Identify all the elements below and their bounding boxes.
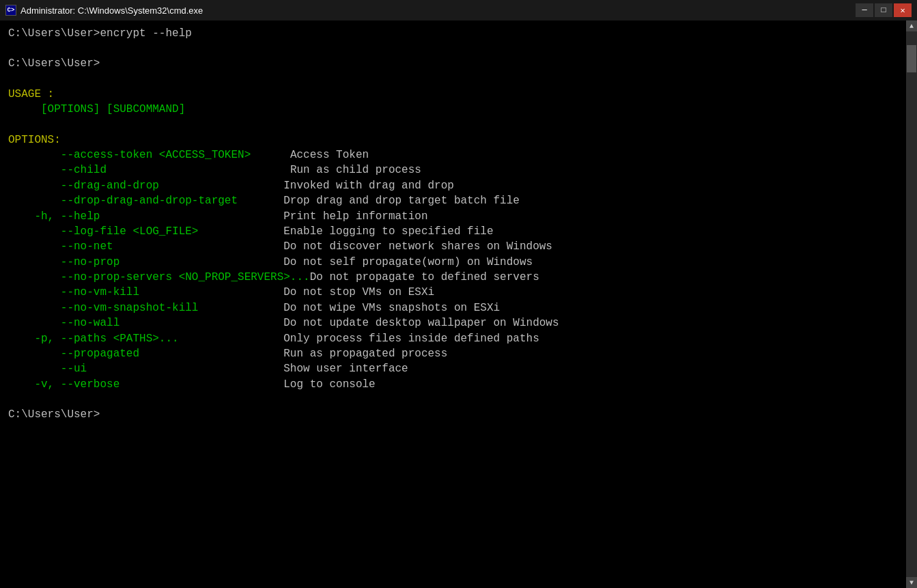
option-desc: Do not wipe VMs snapshots on ESXi xyxy=(283,300,500,316)
option-flag: --no-wall xyxy=(8,316,283,331)
content-wrapper: C:\Users\User>encrypt --help C:\Users\Us… xyxy=(0,20,917,588)
close-button[interactable]: ✕ xyxy=(894,3,912,17)
blank-line-1 xyxy=(8,41,898,56)
option-flag: --no-vm-kill xyxy=(8,285,283,300)
option-row: --no-net Do not discover network shares … xyxy=(8,239,898,254)
option-row: --no-vm-kill Do not stop VMs on ESXi xyxy=(8,285,898,300)
option-row: --no-prop-servers <NO_PROP_SERVERS>...Do… xyxy=(8,270,898,285)
option-row: --log-file <LOG_FILE> Enable logging to … xyxy=(8,224,898,239)
scrollbar[interactable]: ▲ ▼ xyxy=(906,20,917,588)
option-flag: --ui xyxy=(8,361,283,376)
option-row: -p, --paths <PATHS>... Only process file… xyxy=(8,331,898,346)
option-row: --no-prop Do not self propagate(worm) on… xyxy=(8,255,898,270)
option-flag: --propagated xyxy=(8,346,283,361)
usage-label: USAGE : xyxy=(8,87,898,102)
option-flag: -p, --paths <PATHS>... xyxy=(8,331,283,346)
option-desc: Enable logging to specified file xyxy=(283,224,493,239)
scroll-down-arrow[interactable]: ▼ xyxy=(906,577,917,588)
minimize-button[interactable]: ─ xyxy=(856,3,873,17)
window: C> Administrator: C:\Windows\System32\cm… xyxy=(0,0,917,588)
option-row: --child Run as child process xyxy=(8,163,898,178)
cmd-icon-label: C> xyxy=(8,7,15,14)
option-flag: --no-net xyxy=(8,239,283,254)
option-row: --ui Show user interface xyxy=(8,361,898,376)
option-flag: --child xyxy=(8,163,290,178)
titlebar-buttons: ─ □ ✕ xyxy=(856,3,912,17)
cmd-icon: C> xyxy=(5,5,16,16)
terminal[interactable]: C:\Users\User>encrypt --help C:\Users\Us… xyxy=(0,20,906,588)
option-desc: Do not stop VMs on ESXi xyxy=(283,285,434,300)
option-desc: Log to console xyxy=(283,377,375,392)
option-flag: --drop-drag-and-drop-target xyxy=(8,193,283,208)
option-row: --no-vm-snapshot-kill Do not wipe VMs sn… xyxy=(8,300,898,316)
option-desc: Print help information xyxy=(283,209,427,224)
option-flag: --drag-and-drop xyxy=(8,178,283,193)
options-list: --access-token <ACCESS_TOKEN> Access Tok… xyxy=(8,148,898,392)
option-desc: Only process files inside defined paths xyxy=(283,331,539,346)
option-flag: --no-vm-snapshot-kill xyxy=(8,300,283,316)
prompt-after-command: C:\Users\User> xyxy=(8,56,898,71)
option-desc: Do not propagate to defined servers xyxy=(310,270,539,285)
maximize-button[interactable]: □ xyxy=(875,3,892,17)
option-desc: Drop drag and drop target batch file xyxy=(283,193,520,208)
options-label: OPTIONS: xyxy=(8,132,898,148)
option-flag: --log-file <LOG_FILE> xyxy=(8,224,283,239)
blank-line-3 xyxy=(8,117,898,132)
option-flag: --access-token <ACCESS_TOKEN> xyxy=(8,148,290,163)
option-row: --propagated Run as propagated process xyxy=(8,346,898,361)
option-desc: Access Token xyxy=(290,148,369,163)
option-row: --drag-and-drop Invoked with drag and dr… xyxy=(8,178,898,193)
blank-line-4 xyxy=(8,392,898,407)
option-flag: -v, --verbose xyxy=(8,377,283,392)
command-line: C:\Users\User>encrypt --help xyxy=(8,26,898,41)
option-row: --no-wall Do not update desktop wallpape… xyxy=(8,316,898,331)
option-row: -h, --help Print help information xyxy=(8,209,898,224)
option-row: --access-token <ACCESS_TOKEN> Access Tok… xyxy=(8,148,898,163)
titlebar-left: C> Administrator: C:\Windows\System32\cm… xyxy=(5,5,203,16)
option-desc: Do not update desktop wallpaper on Windo… xyxy=(283,316,559,331)
scrollbar-thumb[interactable] xyxy=(907,45,916,72)
option-desc: Run as child process xyxy=(290,163,421,178)
option-desc: Invoked with drag and drop xyxy=(283,178,454,193)
scroll-up-arrow[interactable]: ▲ xyxy=(906,20,917,31)
option-row: --drop-drag-and-drop-target Drop drag an… xyxy=(8,193,898,208)
option-desc: Do not discover network shares on Window… xyxy=(283,239,552,254)
usage-args: [OPTIONS] [SUBCOMMAND] xyxy=(8,102,898,117)
option-flag: --no-prop xyxy=(8,255,283,270)
option-flag: --no-prop-servers <NO_PROP_SERVERS>... xyxy=(8,270,310,285)
option-row: -v, --verbose Log to console xyxy=(8,377,898,392)
blank-line-2 xyxy=(8,72,898,87)
option-desc: Run as propagated process xyxy=(283,346,447,361)
option-desc: Do not self propagate(worm) on Windows xyxy=(283,255,533,270)
window-title: Administrator: C:\Windows\System32\cmd.e… xyxy=(20,5,203,16)
titlebar: C> Administrator: C:\Windows\System32\cm… xyxy=(0,0,917,20)
option-desc: Show user interface xyxy=(283,361,408,376)
option-flag: -h, --help xyxy=(8,209,283,224)
final-prompt: C:\Users\User> xyxy=(8,407,898,422)
